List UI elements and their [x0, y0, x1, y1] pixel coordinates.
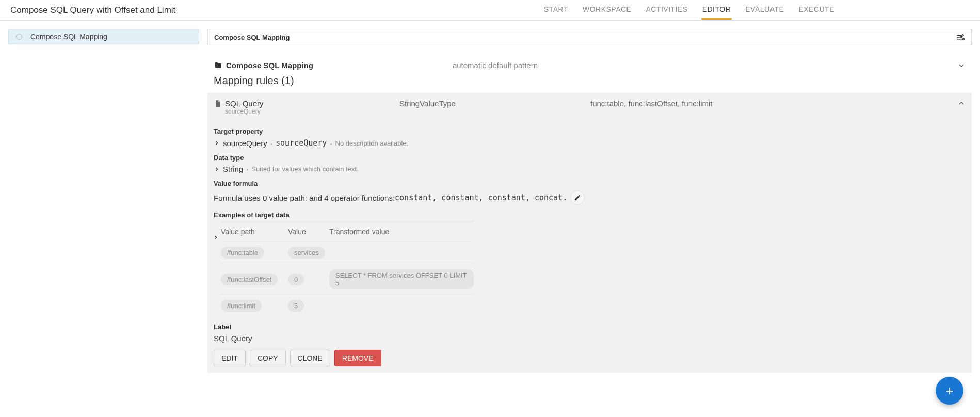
table-row: /func:table services	[221, 241, 474, 264]
folder-icon	[214, 61, 223, 70]
rule-subtitle: sourceQuery	[225, 108, 399, 115]
page-title: Compose SQL Query with Offset and Limit	[10, 5, 175, 15]
chip-transformed: SELECT * FROM services OFFSET 0 LIMIT 5	[329, 269, 474, 289]
top-tabs: START WORKSPACE ACTIVITIES EDITOR EVALUA…	[543, 1, 836, 20]
datatype-name: String	[223, 165, 243, 173]
main: Compose SQL Mapping Compose SQL Mapping …	[0, 21, 980, 381]
chevron-up-icon[interactable]	[957, 99, 966, 107]
folder-meta: automatic default pattern	[453, 61, 538, 70]
chip-path: /func:limit	[221, 300, 262, 312]
document-icon	[214, 100, 222, 108]
edit-formula-button[interactable]	[570, 190, 585, 205]
folder-row[interactable]: Compose SQL Mapping automatic default pa…	[207, 54, 972, 72]
tab-workspace[interactable]: WORKSPACE	[582, 1, 632, 20]
table-row: /func:limit 5	[221, 294, 474, 317]
formula-text: Formula uses 0 value path: and 4 operato…	[214, 194, 395, 202]
sidebar-item-label: Compose SQL Mapping	[30, 33, 107, 41]
examples-table: Value path Value Transformed value /func…	[221, 222, 474, 317]
button-row: EDIT COPY CLONE REMOVE	[214, 350, 966, 366]
panel-title: Compose SQL Mapping	[214, 34, 290, 41]
examples-label: Examples of target data	[214, 211, 966, 219]
circle-icon	[16, 34, 22, 40]
rule-header[interactable]: SQL Query sourceQuery StringValueType fu…	[207, 93, 972, 121]
top-bar: Compose SQL Query with Offset and Limit …	[0, 0, 980, 21]
clone-button[interactable]: CLONE	[290, 350, 330, 366]
formula-functions: constant, constant, constant, concat.	[395, 193, 567, 202]
chip-value: 0	[288, 274, 304, 285]
datatype-desc: Suited for values which contain text.	[251, 165, 358, 173]
target-desc: No description available.	[335, 139, 409, 147]
svg-point-1	[960, 37, 962, 38]
tab-evaluate[interactable]: EVALUATE	[744, 1, 785, 20]
tune-icon[interactable]	[956, 33, 965, 42]
copy-button[interactable]: COPY	[250, 350, 286, 366]
target-path-2: sourceQuery	[276, 138, 327, 148]
chevron-right-icon	[214, 140, 223, 146]
svg-point-0	[962, 35, 963, 36]
target-row[interactable]: sourceQuery · sourceQuery · No descripti…	[214, 138, 966, 148]
rule-panel: SQL Query sourceQuery StringValueType fu…	[207, 93, 972, 373]
col-value: Value	[288, 228, 329, 236]
datatype-label: Data type	[214, 154, 966, 162]
panel-header: Compose SQL Mapping	[207, 29, 972, 45]
tab-editor[interactable]: EDITOR	[701, 1, 732, 20]
tab-activities[interactable]: ACTIVITIES	[645, 1, 688, 20]
remove-button[interactable]: REMOVE	[334, 350, 381, 366]
tab-start[interactable]: START	[543, 1, 569, 20]
formula-row: Formula uses 0 value path: and 4 operato…	[214, 190, 966, 205]
col-value-path: Value path	[221, 228, 288, 236]
tab-execute[interactable]: EXECUTE	[797, 1, 836, 20]
svg-point-2	[963, 38, 965, 40]
datatype-row[interactable]: String · Suited for values which contain…	[214, 165, 966, 173]
table-row: /func:lastOffset 0 SELECT * FROM service…	[221, 264, 474, 294]
rules-title: Mapping rules (1)	[207, 72, 972, 93]
content: Compose SQL Mapping Compose SQL Mapping …	[207, 29, 972, 373]
formula-label: Value formula	[214, 180, 966, 187]
chevron-down-icon[interactable]	[957, 61, 966, 70]
chip-path: /func:table	[221, 247, 264, 259]
chip-path: /func:lastOffset	[221, 274, 278, 285]
col-transformed: Transformed value	[329, 228, 474, 236]
label-value: SQL Query	[214, 334, 966, 343]
target-path-1: sourceQuery	[223, 139, 267, 148]
rule-detail: Target property sourceQuery · sourceQuer…	[207, 127, 972, 366]
chevron-right-icon	[214, 166, 223, 172]
rule-name: SQL Query	[225, 99, 263, 108]
chip-value: services	[288, 247, 325, 259]
folder-title: Compose SQL Mapping	[226, 61, 313, 70]
edit-button[interactable]: EDIT	[214, 350, 246, 366]
chip-value: 5	[288, 300, 304, 312]
table-head: Value path Value Transformed value	[221, 222, 474, 241]
chevron-right-icon[interactable]	[213, 234, 219, 240]
target-label: Target property	[214, 127, 966, 135]
rule-value-type: StringValueType	[399, 99, 590, 108]
sidebar-item-compose-mapping[interactable]: Compose SQL Mapping	[8, 29, 199, 44]
sidebar: Compose SQL Mapping	[8, 29, 199, 373]
rule-functions: func:table, func:lastOffset, func:limit	[590, 99, 957, 108]
label-section-label: Label	[214, 323, 966, 331]
